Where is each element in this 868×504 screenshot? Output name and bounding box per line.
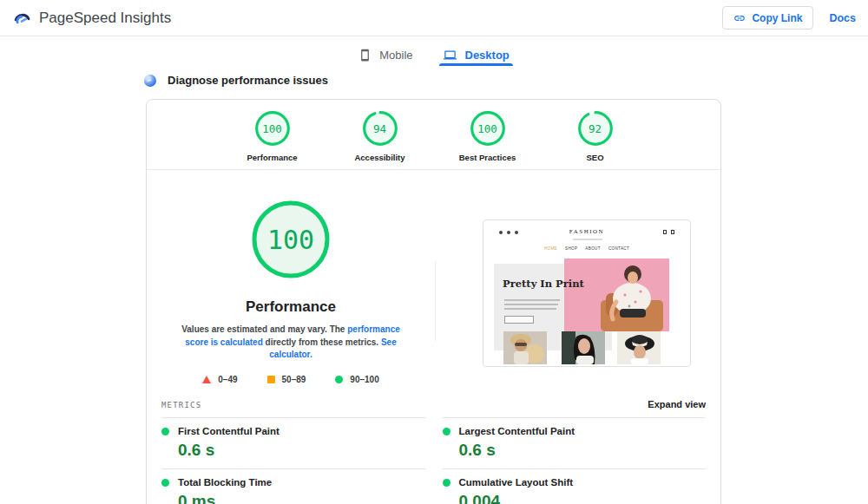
metrics-heading: METRICS	[161, 401, 201, 409]
thumb-shop-button	[504, 316, 534, 324]
score-accessibility[interactable]: 94 Accessibility	[344, 109, 417, 169]
legend-pass: 90–100	[335, 375, 378, 384]
header-actions: Copy Link Docs	[722, 6, 856, 29]
metric-first-contentful-paint: First Contentful Paint 0.6 s	[161, 417, 425, 468]
score-value: 92	[576, 109, 615, 147]
pass-dot-icon	[443, 428, 450, 435]
legend-pass-range: 90–100	[350, 375, 378, 384]
copy-link-label: Copy Link	[752, 12, 802, 24]
score-label: SEO	[586, 153, 603, 162]
desktop-icon	[443, 49, 457, 62]
active-tab-indicator	[439, 63, 513, 66]
score-performance[interactable]: 100 Performance	[236, 109, 309, 169]
score-value: 94	[361, 109, 399, 147]
red-triangle-icon	[202, 376, 211, 383]
score-value: 100	[253, 109, 292, 147]
diagnose-section-heading: Diagnose performance issues	[144, 74, 328, 87]
thumb-site-tagline-bar	[573, 239, 602, 240]
tab-mobile[interactable]: Mobile	[357, 36, 414, 66]
metrics-grid: First Contentful Paint 0.6 s Largest Con…	[161, 417, 706, 504]
thumb-nav: HOME SHOP ABOUT CONTACT	[483, 246, 690, 251]
metric-value: 0.004	[459, 492, 707, 504]
link-icon	[733, 12, 746, 24]
thumb-nav-about: ABOUT	[585, 246, 601, 251]
column-divider	[435, 261, 436, 341]
thumb-site-title: FASHION	[483, 228, 690, 235]
site-screenshot-thumbnail[interactable]: FASHION HOME SHOP ABOUT CONTACT Pretty I…	[483, 219, 691, 367]
metric-largest-contentful-paint: Largest Contentful Paint 0.6 s	[443, 417, 707, 468]
metric-label: Cumulative Layout Shift	[459, 477, 574, 488]
score-label: Performance	[247, 153, 297, 162]
metric-label: Largest Contentful Paint	[459, 426, 575, 436]
bag-icon	[663, 230, 667, 234]
legend-fail-range: 0–49	[218, 375, 237, 384]
thumb-text-line	[504, 304, 558, 305]
thumb-hero-title: Pretty In Print	[503, 278, 598, 290]
score-value: 100	[469, 109, 507, 147]
score-gauge: 92	[576, 109, 615, 147]
metric-value: 0.6 s	[459, 441, 707, 460]
metric-label: Total Blocking Time	[178, 477, 272, 488]
expand-view-button[interactable]: Expand view	[648, 399, 706, 409]
performance-score-value: 100	[251, 200, 331, 279]
search-icon	[671, 230, 674, 234]
product-photo-1	[503, 331, 547, 364]
legend-average-range: 50–89	[282, 375, 306, 384]
score-disclaimer: Values are estimated and may vary. The p…	[170, 324, 411, 362]
score-seo[interactable]: 92 SEO	[559, 109, 632, 169]
lighthouse-gauge-icon	[144, 75, 156, 87]
metric-label: First Contentful Paint	[178, 426, 279, 436]
thumb-nav-contact: CONTACT	[608, 246, 629, 251]
metric-cumulative-layout-shift: Cumulative Layout Shift 0.004	[443, 468, 707, 504]
device-tabs: Mobile Desktop	[0, 36, 868, 66]
product-photo-3	[617, 331, 661, 364]
metric-value: 0.6 s	[178, 441, 425, 460]
tab-desktop[interactable]: Desktop	[441, 36, 511, 66]
pass-dot-icon	[161, 479, 169, 487]
thumb-header-icons	[663, 230, 674, 234]
tab-mobile-label: Mobile	[379, 49, 412, 62]
score-gauge: 100	[469, 109, 507, 147]
category-scores-strip: 100 Performance 94 Accessibility 100 Bes…	[147, 100, 720, 170]
score-gauge: 100	[253, 109, 292, 147]
legend-fail: 0–49	[202, 375, 237, 384]
docs-link[interactable]: Docs	[829, 12, 856, 24]
thumb-text-line	[504, 308, 556, 310]
score-best-practices[interactable]: 100 Best Practices	[451, 109, 524, 169]
score-label: Best Practices	[459, 153, 516, 162]
thumb-nav-shop: SHOP	[565, 246, 577, 251]
performance-gauge-title: Performance	[147, 298, 435, 316]
score-gauge: 94	[361, 109, 399, 147]
diagnose-heading-text: Diagnose performance issues	[168, 74, 328, 87]
orange-square-icon	[267, 376, 275, 383]
product-photo-2	[562, 331, 605, 364]
disclaimer-text-1: Values are estimated and may vary. The	[181, 324, 347, 334]
score-label: Accessibility	[354, 153, 404, 162]
pass-dot-icon	[443, 479, 450, 487]
green-circle-icon	[335, 376, 343, 383]
mobile-icon	[358, 49, 372, 62]
thumb-text-line	[504, 299, 560, 301]
score-range-legend: 0–49 50–89 90–100	[147, 375, 435, 384]
metrics-header-row: METRICS Expand view	[161, 399, 706, 409]
app-title: PageSpeed Insights	[39, 10, 171, 27]
hero-model-photo	[564, 259, 669, 331]
metric-total-blocking-time: Total Blocking Time 0 ms	[161, 468, 425, 504]
thumb-hero-image	[564, 259, 669, 331]
thumb-nav-home: HOME	[544, 246, 557, 251]
lighthouse-report-card: 100 Performance 94 Accessibility 100 Bes…	[146, 99, 721, 504]
brand: PageSpeed Insights	[12, 8, 171, 28]
metric-value: 0 ms	[178, 492, 425, 504]
pass-dot-icon	[161, 428, 169, 435]
pagespeed-logo-icon	[12, 8, 32, 28]
app-header: PageSpeed Insights Copy Link Docs	[0, 0, 868, 36]
performance-gauge: 100	[251, 200, 331, 279]
performance-gauge-column: 100 Performance Values are estimated and…	[147, 170, 435, 384]
copy-link-button[interactable]: Copy Link	[722, 6, 813, 29]
tab-desktop-label: Desktop	[465, 49, 510, 62]
legend-average: 50–89	[267, 375, 306, 384]
disclaimer-text-2: directly from these metrics.	[263, 337, 381, 347]
